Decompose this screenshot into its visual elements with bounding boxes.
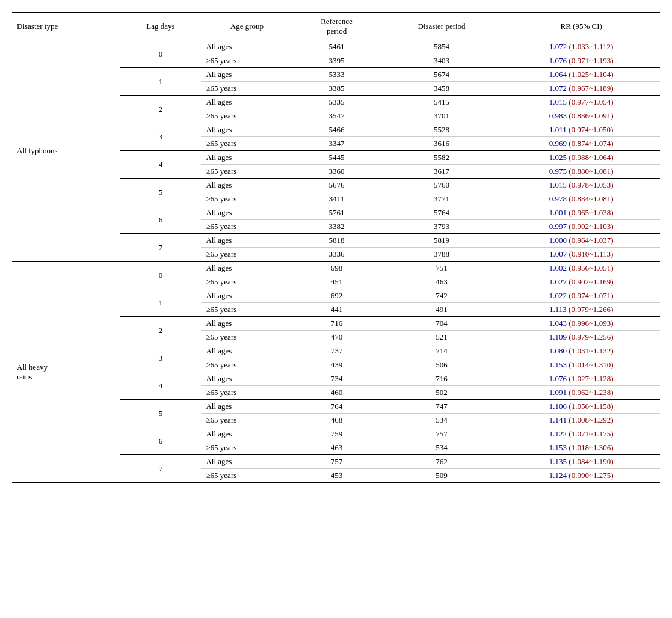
rr-value: 0.983: [549, 111, 567, 120]
age-group-cell: All ages: [201, 234, 292, 248]
reference-period-cell: 3336: [292, 248, 380, 262]
rr-value: 1.072: [549, 84, 567, 93]
ci-value: (0.965~1.038): [567, 208, 613, 217]
rr-ci-cell: 1.076 (1.027~1.128): [502, 372, 660, 386]
rr-value: 1.072: [549, 42, 567, 51]
disaster-period-cell: 3616: [381, 137, 503, 151]
ci-value: (0.974~1.071): [567, 291, 613, 300]
rr-value: 1.043: [549, 319, 567, 328]
lag-days-cell: 3: [120, 123, 202, 151]
rr-ci-cell: 1.135 (1.084~1.190): [502, 455, 660, 469]
rr-ci-cell: 1.109 (0.979~1.256): [502, 331, 660, 344]
disaster-period-cell: 3793: [381, 220, 503, 234]
ci-value: (0.886~1.091): [567, 111, 613, 120]
ci-value: (1.018~1.306): [567, 443, 613, 452]
disaster-period-cell: 502: [381, 386, 503, 400]
ci-value: (1.027~1.128): [567, 374, 613, 383]
lag-days-cell: 7: [120, 234, 202, 262]
disaster-type-cell: All typhoons: [12, 40, 120, 262]
reference-period-cell: 3395: [292, 54, 380, 68]
age-group-cell: All ages: [201, 68, 292, 82]
age-group-cell: All ages: [201, 344, 292, 358]
rr-value: 1.015: [549, 97, 567, 106]
reference-period-cell: 470: [292, 331, 380, 344]
ci-value: (1.025~1.104): [567, 70, 613, 79]
reference-period-cell: 453: [292, 469, 380, 483]
reference-period-cell: 757: [292, 455, 380, 469]
reference-period-cell: 3547: [292, 109, 380, 123]
col-header-disaster-type: Disaster type: [12, 13, 120, 40]
rr-value: 1.141: [549, 415, 567, 424]
lag-days-cell: 6: [120, 206, 202, 234]
age-group-cell: All ages: [201, 427, 292, 441]
table-row: All heavyrains0All ages6987511.002 (0.95…: [12, 262, 660, 275]
rr-ci-cell: 0.983 (0.886~1.091): [502, 109, 660, 123]
rr-ci-cell: 1.072 (0.967~1.189): [502, 82, 660, 96]
rr-value: 1.022: [549, 291, 567, 300]
age-group-cell: All ages: [201, 96, 292, 109]
disaster-period-cell: 463: [381, 275, 503, 289]
lag-days-cell: 3: [120, 344, 202, 372]
reference-period-cell: 5461: [292, 40, 380, 54]
rr-ci-cell: 0.975 (0.880~1.081): [502, 165, 660, 179]
col-header-disaster-period: Disaster period: [381, 13, 503, 40]
ci-value: (1.056~1.158): [567, 402, 613, 411]
rr-value: 1.001: [549, 208, 567, 217]
disaster-period-cell: 747: [381, 400, 503, 414]
age-group-cell: ≥65 years: [201, 441, 292, 455]
rr-ci-cell: 1.106 (1.056~1.158): [502, 400, 660, 414]
age-group-cell: All ages: [201, 179, 292, 192]
reference-period-cell: 5333: [292, 68, 380, 82]
age-group-cell: All ages: [201, 289, 292, 303]
age-group-cell: ≥65 years: [201, 331, 292, 344]
rr-value: 1.153: [549, 443, 567, 452]
rr-value: 1.011: [549, 125, 567, 134]
rr-value: 1.015: [549, 180, 567, 189]
disaster-period-cell: 534: [381, 414, 503, 427]
reference-period-cell: 716: [292, 317, 380, 331]
rr-ci-cell: 1.015 (0.977~1.054): [502, 96, 660, 109]
rr-value: 1.002: [549, 263, 567, 272]
age-group-cell: ≥65 years: [201, 248, 292, 262]
age-group-cell: ≥65 years: [201, 303, 292, 317]
ci-value: (1.008~1.292): [567, 415, 613, 424]
disaster-period-cell: 5674: [381, 68, 503, 82]
lag-days-cell: 4: [120, 372, 202, 400]
rr-value: 1.080: [549, 346, 567, 355]
disaster-period-cell: 521: [381, 331, 503, 344]
disaster-period-cell: 3403: [381, 54, 503, 68]
rr-value: 1.153: [549, 360, 567, 369]
ci-value: (0.962~1.238): [567, 388, 613, 397]
rr-ci-cell: 1.027 (0.902~1.169): [502, 275, 660, 289]
reference-period-cell: 764: [292, 400, 380, 414]
rr-value: 1.000: [549, 236, 567, 245]
disaster-period-cell: 491: [381, 303, 503, 317]
rr-value: 0.975: [549, 167, 567, 176]
reference-period-cell: 698: [292, 262, 380, 275]
ci-value: (0.988~1.064): [567, 153, 613, 162]
rr-ci-cell: 1.080 (1.031~1.132): [502, 344, 660, 358]
lag-days-cell: 6: [120, 427, 202, 455]
rr-ci-cell: 0.969 (0.874~1.074): [502, 137, 660, 151]
rr-value: 1.106: [549, 402, 567, 411]
rr-ci-cell: 1.091 (0.962~1.238): [502, 386, 660, 400]
reference-period-cell: 5445: [292, 151, 380, 165]
col-header-age-group: Age group: [201, 13, 292, 40]
age-group-cell: All ages: [201, 206, 292, 220]
disaster-period-cell: 506: [381, 358, 503, 372]
reference-period-cell: 3382: [292, 220, 380, 234]
ci-value: (0.979~1.256): [567, 332, 613, 341]
disaster-period-cell: 5528: [381, 123, 503, 137]
reference-period-cell: 5335: [292, 96, 380, 109]
reference-period-cell: 3385: [292, 82, 380, 96]
lag-days-cell: 5: [120, 179, 202, 206]
age-group-cell: ≥65 years: [201, 469, 292, 483]
rr-value: 1.135: [549, 457, 567, 466]
disaster-period-cell: 3788: [381, 248, 503, 262]
ci-value: (1.031~1.132): [567, 346, 613, 355]
reference-period-cell: 3360: [292, 165, 380, 179]
age-group-cell: ≥65 years: [201, 165, 292, 179]
disaster-period-cell: 5854: [381, 40, 503, 54]
rr-ci-cell: 1.007 (0.910~1.113): [502, 248, 660, 262]
age-group-cell: ≥65 years: [201, 82, 292, 96]
